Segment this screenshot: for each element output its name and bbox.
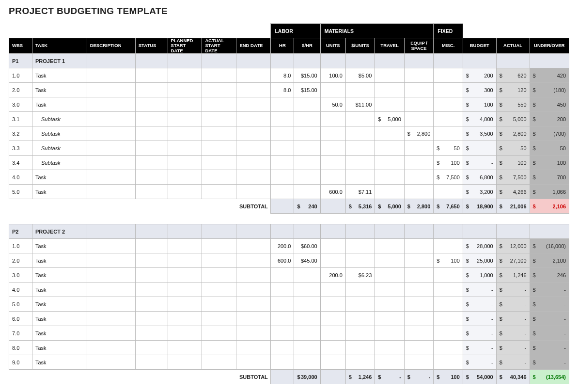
- hdr-equip: EQUIP / SPACE: [404, 38, 434, 54]
- table-row[interactable]: 6.0 Task $- $- $-: [9, 312, 569, 326]
- hdr-status: STATUS: [135, 38, 168, 54]
- table-row[interactable]: 3.1 Subtask $5,000 $4,800 $5,000 $200: [9, 112, 569, 126]
- hdr-travel: TRAVEL: [375, 38, 405, 54]
- hdr-wbs: WBS: [9, 38, 32, 54]
- page-title: PROJECT BUDGETING TEMPLATE: [9, 6, 569, 16]
- hdr-punits: $/UNITS: [345, 38, 375, 54]
- table-row[interactable]: 1.0 Task 8.0 $15.00 100.0 $5.00 $200 $62…: [9, 68, 569, 83]
- table-row[interactable]: 3.2 Subtask $2,800 $3,500 $2,800 $(700): [9, 126, 569, 141]
- hdr-pstart: PLANNED START DATE: [168, 38, 202, 54]
- hdr-misc: MISC.: [434, 38, 463, 54]
- hdr-astart: ACTUAL START DATE: [202, 38, 236, 54]
- hdr-actual: ACTUAL: [496, 38, 530, 54]
- table-row[interactable]: 4.0 Task $- $- $-: [9, 282, 569, 297]
- table-row[interactable]: 2.0 Task 8.0 $15.00 $300 $120 $(180): [9, 83, 569, 97]
- hdr-units: UNITS: [320, 38, 345, 54]
- table-row[interactable]: 8.0 Task $- $- $-: [9, 341, 569, 355]
- table-row[interactable]: 4.0 Task $7,500 $6,800 $7,500 $700: [9, 170, 569, 185]
- table-row[interactable]: 3.4 Subtask $100 $- $100 $100: [9, 156, 569, 170]
- hdr-end: END DATE: [236, 38, 271, 54]
- hdr-rate: $/HR: [294, 38, 320, 54]
- hdr-budget: BUDGET: [463, 38, 496, 54]
- subtotal-row: SUBTOTAL $39,000 $1,246 $- $- $100 $54,0…: [9, 370, 569, 384]
- table-row[interactable]: 9.0 Task $- $- $-: [9, 355, 569, 370]
- table-row[interactable]: 5.0 Task $- $- $-: [9, 297, 569, 312]
- hdr-desc: DESCRIPTION: [87, 38, 135, 54]
- group-fixed: FIXED: [434, 24, 463, 38]
- hdr-task: TASK: [32, 38, 87, 54]
- project-row: P1PROJECT 1: [9, 54, 569, 68]
- table-row[interactable]: 5.0 Task 600.0 $7.11 $3,200 $4,266 $1,06…: [9, 185, 569, 199]
- group-labor: LABOR: [271, 24, 320, 38]
- table-row[interactable]: 3.0 Task 200.0 $6.23 $1,000 $1,246 $246: [9, 268, 569, 282]
- project-row: P2PROJECT 2: [9, 224, 569, 239]
- table-row[interactable]: 1.0 Task 200.0 $60.00 $28,000 $12,000 $(…: [9, 239, 569, 253]
- hdr-hr: HR: [271, 38, 294, 54]
- group-materials: MATERIALS: [320, 24, 434, 38]
- hdr-uo: UNDER/OVER: [530, 38, 569, 54]
- table-row[interactable]: 7.0 Task $- $- $-: [9, 326, 569, 341]
- table-row[interactable]: 3.3 Subtask $50 $- $50 $50: [9, 141, 569, 156]
- table-row[interactable]: 2.0 Task 600.0 $45.00 $100 $25,000 $27,1…: [9, 253, 569, 268]
- table-row[interactable]: 3.0 Task 50.0 $11.00 $100 $550 $450: [9, 97, 569, 112]
- subtotal-row: SUBTOTAL $240 $5,316 $5,000 $2,800 $7,65…: [9, 199, 569, 214]
